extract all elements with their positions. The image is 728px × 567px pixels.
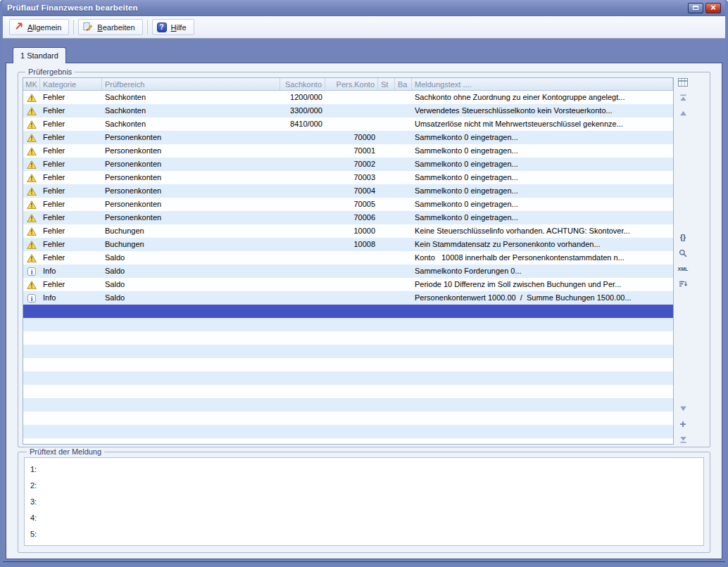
cell-sachkonto (280, 265, 325, 278)
cell-ba (395, 358, 412, 371)
xml-icon[interactable]: XML (677, 264, 689, 274)
maximize-button[interactable] (688, 3, 703, 13)
cell-meldung: Konto 10008 innerhalb der Personenkonten… (412, 251, 673, 265)
empty-row[interactable] (23, 358, 673, 371)
selected-row[interactable] (23, 305, 673, 318)
empty-row[interactable] (23, 425, 673, 438)
result-row[interactable]: FehlerPersonenkonten70002Sammelkonto 0 e… (23, 158, 673, 171)
cell-kategorie: Fehler (40, 278, 102, 291)
cell-ba (395, 104, 412, 117)
result-row[interactable]: FehlerSachkonten3300/000Verwendetes Steu… (23, 104, 673, 117)
toolbar-button-hilfe[interactable]: ? Hilfe (152, 19, 194, 35)
scroll-top-icon[interactable] (677, 93, 689, 103)
toolbar-separator (147, 20, 148, 34)
result-row[interactable]: FehlerPersonenkonten70005Sammelkonto 0 e… (23, 198, 673, 211)
column-header-pruefbereich[interactable]: Prüfbereich (102, 78, 280, 90)
filter-icon[interactable] (677, 279, 689, 289)
cell-meldung: Personenkontenwert 1000.00 / Summe Buchu… (412, 291, 673, 305)
column-header-st[interactable]: St (378, 78, 395, 90)
cell-st (378, 371, 395, 385)
cell-sachkonto (280, 398, 325, 412)
cell-sachkonto (280, 291, 325, 305)
result-row[interactable]: iInfoSaldoSammelkonto Forderungen 0... (23, 265, 673, 278)
scroll-up-icon[interactable] (677, 108, 689, 118)
mk-cell (23, 318, 40, 331)
column-header-perskonto[interactable]: Pers.Konto (325, 78, 378, 90)
empty-row[interactable] (23, 371, 673, 385)
insert-icon[interactable] (677, 419, 689, 429)
result-row[interactable]: FehlerPersonenkonten70004Sammelkonto 0 e… (23, 184, 673, 198)
column-header-sachkonto[interactable]: Sachkonto (280, 78, 325, 90)
close-button[interactable]: × (705, 3, 721, 13)
column-header-kategorie[interactable]: Kategorie (40, 78, 102, 90)
result-row[interactable]: FehlerBuchungen10000Keine Steuerschlüsse… (23, 224, 673, 238)
cell-pruefbereich: Buchungen (102, 224, 280, 238)
toolbar-separator (73, 20, 74, 34)
scroll-bottom-icon[interactable] (677, 435, 689, 445)
cell-pruefbereich (102, 385, 280, 398)
empty-row[interactable] (23, 331, 673, 345)
result-row[interactable]: FehlerSaldoKonto 10008 innerhalb der Per… (23, 251, 673, 265)
result-row[interactable]: iInfoSaldoPersonenkontenwert 1000.00 / S… (23, 291, 673, 305)
prueftext-line-3: 3: (30, 494, 698, 510)
result-row[interactable]: FehlerSachkonten1200/000Sachkonto ohne Z… (23, 91, 673, 104)
cell-st (378, 358, 395, 371)
column-header-meldungstext[interactable]: Meldungstext .... (412, 78, 673, 90)
empty-row[interactable] (23, 345, 673, 358)
cell-sachkonto (280, 371, 325, 385)
result-row[interactable]: FehlerPersonenkonten70006Sammelkonto 0 e… (23, 211, 673, 224)
cell-kategorie (40, 318, 102, 331)
result-row[interactable]: FehlerPersonenkonten70003Sammelkonto 0 e… (23, 171, 673, 184)
cell-meldung (412, 331, 673, 345)
cell-pruefbereich: Sachkonten (102, 117, 280, 131)
column-header-ba[interactable]: Ba (395, 78, 412, 90)
cell-st (378, 224, 395, 238)
cell-pruefbereich (102, 345, 280, 358)
result-row[interactable]: FehlerBuchungen10008Kein Stammdatensatz … (23, 238, 673, 251)
cell-ba (395, 251, 412, 265)
toolbar-button-label: Hilfe (171, 23, 187, 32)
warning-icon (23, 131, 40, 144)
empty-row[interactable] (23, 385, 673, 398)
workspace: 1 Standard Prüfergebnis MK Kategorie Prü… (3, 39, 725, 562)
toolbar-button-bearbeiten[interactable]: Bearbeiten (78, 19, 142, 35)
cell-ba (395, 198, 412, 211)
cell-pruefbereich: Personenkonten (102, 144, 280, 158)
scroll-down-icon[interactable] (677, 404, 689, 414)
braces-icon[interactable]: {} (677, 233, 689, 243)
cell-ba (395, 398, 412, 412)
result-row[interactable]: FehlerPersonenkonten70000Sammelkonto 0 e… (23, 131, 673, 144)
app-window: Prüflauf Finanzwesen bearbeiten × Allgem… (0, 0, 728, 567)
table-options-icon[interactable] (677, 77, 689, 87)
empty-row[interactable] (23, 412, 673, 425)
result-row[interactable]: FehlerSachkonten8410/000Umsatzerlöse nic… (23, 117, 673, 131)
empty-row[interactable] (23, 438, 673, 444)
cell-ba (395, 438, 412, 444)
cell-pruefbereich: Sachkonten (102, 91, 280, 104)
empty-row[interactable] (23, 318, 673, 331)
cell-sachkonto (280, 251, 325, 265)
cell-meldung: Sammelkonto 0 eingetragen... (412, 171, 673, 184)
window-buttons: × (688, 3, 721, 13)
main-toolbar: Allgemein Bearbeiten ? Hilfe (3, 16, 725, 39)
cell-kategorie (40, 398, 102, 412)
search-icon[interactable] (677, 248, 689, 258)
cell-sachkonto (280, 224, 325, 238)
cell-meldung: Sammelkonto 0 eingetragen... (412, 131, 673, 144)
cell-ba (395, 144, 412, 158)
result-row[interactable]: FehlerSaldoPeriode 10 Differenz im Soll … (23, 278, 673, 291)
tab-standard[interactable]: 1 Standard (13, 47, 66, 63)
cell-st (378, 412, 395, 425)
cell-meldung: Sammelkonto 0 eingetragen... (412, 158, 673, 171)
cell-pruefbereich (102, 438, 280, 444)
toolbar-button-allgemein[interactable]: Allgemein (9, 19, 69, 35)
cell-kategorie (40, 358, 102, 371)
cell-meldung: Sammelkonto 0 eingetragen... (412, 144, 673, 158)
result-row[interactable]: FehlerPersonenkonten70001Sammelkonto 0 e… (23, 144, 673, 158)
cell-sachkonto: 8410/000 (280, 117, 325, 131)
column-header-mk[interactable]: MK (23, 78, 40, 90)
cell-kategorie: Fehler (40, 104, 102, 117)
cell-pruefbereich (102, 371, 280, 385)
empty-row[interactable] (23, 398, 673, 412)
cell-ba (395, 184, 412, 198)
